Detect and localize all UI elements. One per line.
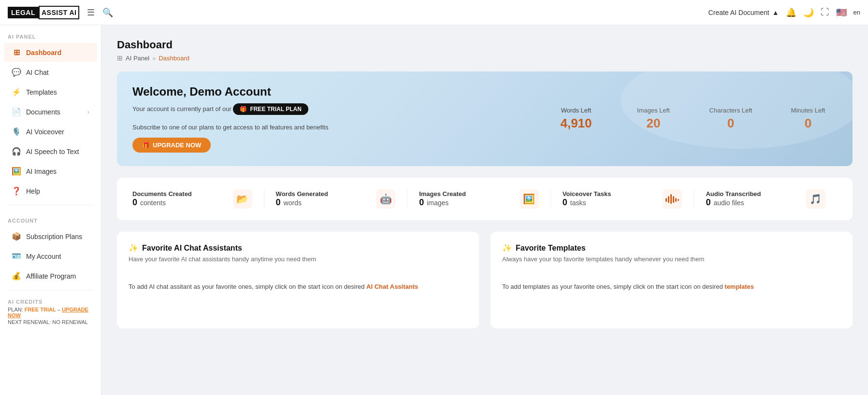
trial-badge: 🎁 FREE TRIAL PLAN (233, 103, 308, 115)
sidebar-label-templates: Templates (26, 88, 57, 96)
panel-ai-chat-subtitle: Have your favorite AI chat assistants ha… (129, 255, 467, 263)
sidebar-item-ai-voiceover[interactable]: 🎙️ AI Voiceover (4, 122, 97, 141)
panel-templates-empty: To add templates as your favorite ones, … (502, 282, 841, 292)
welcome-description: Subscribe to one of our plans to get acc… (132, 124, 532, 131)
welcome-left: Welcome, Demo Account Your account is cu… (132, 85, 532, 153)
account-icon: 🪪 (12, 252, 21, 261)
sidebar-divider-2 (8, 290, 93, 290)
credits-section-label: AI CREDITS (8, 299, 93, 305)
welcome-subtitle: Your account is currently part of our 🎁 … (132, 103, 532, 120)
logo-assist: ASSIST AI (39, 6, 79, 19)
sidebar-item-ai-images[interactable]: 🖼️ AI Images (4, 162, 97, 181)
images-icon: 🖼️ (12, 167, 21, 176)
sidebar-item-help[interactable]: ❓ Help (4, 182, 97, 200)
sidebar-section-account: ACCOUNT (0, 209, 101, 226)
sidebar-item-dashboard[interactable]: ⊞ Dashboard (4, 43, 97, 62)
chevron-up-icon: ▲ (772, 9, 779, 16)
sidebar-label-dashboard: Dashboard (26, 49, 61, 56)
stat-characters-left: Characters Left 0 (702, 107, 760, 131)
chat-icon: 💬 (12, 68, 21, 77)
sidebar-label-ai-chat: AI Chat (26, 69, 49, 76)
stat-card-voiceover-tasks: Voiceover Tasks 0 tasks (551, 189, 694, 209)
breadcrumb-separator: » (152, 55, 156, 62)
svg-rect-5 (678, 199, 679, 201)
sidebar-label-help: Help (26, 187, 40, 195)
sidebar-item-subscription-plans[interactable]: 📦 Subscription Plans (4, 227, 97, 246)
sidebar-item-ai-chat[interactable]: 💬 AI Chat (4, 63, 97, 82)
sidebar-item-templates[interactable]: ⚡ Templates (4, 83, 97, 101)
panel-ai-chat-empty: To add AI chat assitant as your favorite… (129, 282, 467, 292)
documents-icon: 📄 (12, 107, 21, 116)
credits-renewal-label: NEXT RENEWAL: (8, 319, 51, 325)
subscription-icon: 📦 (12, 232, 21, 241)
main-content: Dashboard ⊞ AI Panel » Dashboard Welcome… (101, 25, 868, 395)
bell-icon[interactable]: 🔔 (786, 7, 796, 18)
breadcrumb: ⊞ AI Panel » Dashboard (117, 54, 853, 62)
logo: LEGAL ASSIST AI (8, 6, 79, 19)
layout: AI PANEL ⊞ Dashboard 💬 AI Chat ⚡ Templat… (0, 25, 868, 395)
search-icon[interactable]: 🔍 (102, 7, 113, 18)
flag-icon: 🇺🇸 (836, 7, 847, 18)
svg-rect-4 (675, 198, 677, 202)
sidebar-item-documents[interactable]: 📄 Documents › (4, 102, 97, 121)
stat-card-documents-created: Documents Created 0 contents 📂 (132, 189, 264, 209)
sidebar-label-ai-voiceover: AI Voiceover (26, 128, 64, 136)
hamburger-icon[interactable]: ☰ (87, 7, 95, 18)
create-ai-document-button[interactable]: Create AI Document ▲ (709, 9, 779, 16)
upgrade-icon: 🎁 (142, 141, 150, 149)
images-created-icon: 🖼️ (520, 189, 539, 209)
welcome-title: Welcome, Demo Account (132, 85, 532, 99)
stat-minutes-left: Minutes Left 0 (779, 107, 837, 131)
sidebar-label-subscription: Subscription Plans (26, 233, 82, 240)
sidebar-credits: AI CREDITS PLAN: FREE TRIAL – UPGRADE NO… (0, 294, 101, 330)
topbar: LEGAL ASSIST AI ☰ 🔍 Create AI Document ▲… (0, 0, 868, 25)
credits-renewal-value: NO RENEWAL (52, 319, 88, 325)
templates-link[interactable]: templates (724, 283, 754, 290)
upgrade-now-button[interactable]: 🎁 UPGRADE NOW (132, 138, 211, 153)
speech-to-text-icon: 🎧 (12, 147, 21, 156)
ai-chat-assistants-link[interactable]: AI Chat Assitants (366, 283, 418, 290)
breadcrumb-active: Dashboard (159, 55, 189, 62)
logo-legal: LEGAL (8, 7, 39, 18)
sidebar-label-speech-to-text: AI Speech to Text (26, 148, 79, 155)
stats-cards: Documents Created 0 contents 📂 Words Gen… (117, 178, 853, 220)
templates-icon: ⚡ (12, 87, 21, 97)
sidebar: AI PANEL ⊞ Dashboard 💬 AI Chat ⚡ Templat… (0, 25, 101, 395)
credits-free-label: FREE TRIAL (25, 307, 56, 312)
svg-rect-3 (673, 196, 674, 203)
sidebar-divider (8, 205, 93, 205)
stat-images-left: Images Left 20 (624, 107, 682, 131)
affiliate-icon: 💰 (12, 271, 21, 281)
audio-transcribed-icon: 🎵 (806, 189, 825, 209)
panel-templates-favorites: ✨ Favorite Templates Always have your to… (491, 232, 853, 328)
breadcrumb-icon: ⊞ (117, 54, 123, 62)
sidebar-label-my-account: My Account (26, 253, 61, 260)
topbar-right: Create AI Document ▲ 🔔 🌙 ⛶ 🇺🇸 en (709, 7, 860, 18)
sidebar-label-documents: Documents (26, 108, 60, 116)
stat-words-left: Words Left 4,910 (547, 107, 605, 131)
chevron-right-icon: › (87, 109, 89, 115)
panel-ai-chat-title: Favorite AI Chat Assistants (142, 244, 242, 253)
documents-created-icon: 📂 (233, 189, 252, 209)
panel-templates-subtitle: Always have your top favorite templates … (502, 255, 841, 263)
help-icon: ❓ (12, 186, 21, 196)
credits-plan-row: PLAN: FREE TRIAL – UPGRADE NOW (8, 307, 93, 318)
panel-ai-chat-favorites: ✨ Favorite AI Chat Assistants Have your … (117, 232, 479, 328)
credits-plan-label: PLAN: (8, 307, 23, 312)
fullscreen-icon[interactable]: ⛶ (821, 7, 829, 17)
sidebar-item-my-account[interactable]: 🪪 My Account (4, 247, 97, 266)
welcome-stats: Words Left 4,910 Images Left 20 Characte… (547, 107, 837, 131)
breadcrumb-panel[interactable]: AI Panel (126, 55, 149, 62)
lang-label: en (854, 9, 860, 16)
stat-card-images-created: Images Created 0 images 🖼️ (407, 189, 551, 209)
sidebar-item-affiliate-program[interactable]: 💰 Affiliate Program (4, 267, 97, 285)
sidebar-label-affiliate: Affiliate Program (26, 272, 76, 280)
moon-icon[interactable]: 🌙 (803, 7, 814, 18)
create-doc-label: Create AI Document (709, 9, 769, 16)
voiceover-icon: 🎙️ (12, 127, 21, 136)
words-generated-icon: 🤖 (376, 189, 395, 209)
sidebar-item-ai-speech-to-text[interactable]: 🎧 AI Speech to Text (4, 142, 97, 161)
stat-card-audio-transcribed: Audio Transcribed 0 audio files 🎵 (694, 189, 837, 209)
welcome-banner: Welcome, Demo Account Your account is cu… (117, 71, 853, 166)
svg-rect-2 (670, 194, 672, 204)
